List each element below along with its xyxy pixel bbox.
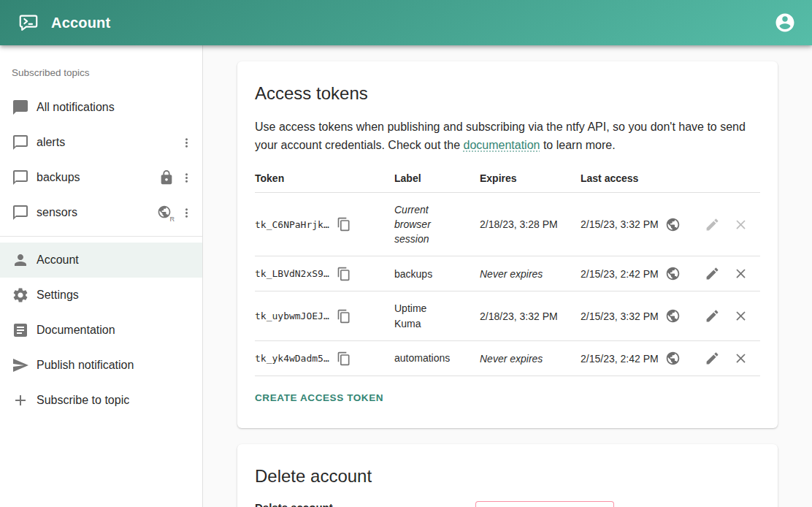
token-last-access: 2/15/23, 2:42 PM <box>581 268 659 280</box>
sidebar-item-account[interactable]: Account <box>0 243 202 278</box>
token-expires: Never expires <box>480 341 581 376</box>
token-value: tk_uybwmJOEJ… <box>255 310 329 321</box>
table-row: tk_LBVdN2xS9… backups Never expires 2/15… <box>255 256 760 291</box>
token-expires: 2/18/23, 3:28 PM <box>480 192 581 256</box>
delete-x-icon[interactable] <box>733 351 748 366</box>
create-access-token-button[interactable]: CREATE ACCESS TOKEN <box>255 386 383 409</box>
sidebar-item-label: sensors <box>37 206 157 219</box>
delete-x-icon <box>733 217 748 232</box>
edit-pencil-icon[interactable] <box>705 351 720 366</box>
sidebar-item-subscribe-to-topic[interactable]: Subscribe to topic <box>0 383 202 418</box>
sidebar-item-label: Subscribe to topic <box>37 394 195 407</box>
column-header-expires: Expires <box>480 164 581 193</box>
sidebar-divider <box>0 236 202 237</box>
article-icon <box>12 321 29 339</box>
edit-pencil-icon <box>705 217 720 232</box>
sidebar-item-backups[interactable]: backups <box>0 160 202 195</box>
delete-account-button[interactable]: DELETE ACCOUNT <box>475 501 614 507</box>
token-label: automations <box>394 351 450 365</box>
table-row: tk_uybwmJOEJ… Uptime Kuma 2/18/23, 3:32 … <box>255 291 760 341</box>
token-last-access: 2/15/23, 2:42 PM <box>581 353 659 365</box>
chat-bubble-outline-icon <box>12 169 29 186</box>
access-tokens-card: Access tokens Use access tokens when pub… <box>237 61 778 428</box>
table-row: tk_yk4wDadm5… automations Never expires … <box>255 341 760 376</box>
access-tokens-description: Use access tokens when publishing and su… <box>255 118 760 155</box>
sidebar-item-alerts[interactable]: alerts <box>0 125 202 160</box>
send-icon <box>12 357 29 374</box>
person-icon <box>12 251 29 269</box>
plus-icon <box>12 392 29 409</box>
token-label: backups <box>394 267 432 281</box>
token-label: Uptime Kuma <box>394 301 453 331</box>
globe-icon <box>665 351 681 366</box>
chat-bubble-filled-icon <box>12 99 29 116</box>
globe-icon <box>665 266 681 281</box>
column-header-token: Token <box>255 164 394 193</box>
sidebar-item-label: Settings <box>37 289 195 302</box>
chat-bubble-outline-icon <box>12 134 29 151</box>
sidebar-item-label: Account <box>37 254 195 267</box>
sidebar-item-label: Documentation <box>37 324 195 337</box>
token-value: tk_LBVdN2xS9… <box>255 268 329 279</box>
documentation-link[interactable]: documentation <box>464 139 540 151</box>
sidebar-item-label: alerts <box>37 136 177 149</box>
copy-icon[interactable] <box>337 351 351 366</box>
globe-reserved-icon: R <box>157 205 175 221</box>
column-header-last-access: Last access <box>581 164 702 193</box>
delete-account-row-title: Delete account <box>255 501 475 507</box>
sidebar-item-label: backups <box>37 171 158 184</box>
token-value: tk_yk4wDadm5… <box>255 353 329 364</box>
delete-x-icon[interactable] <box>733 266 748 281</box>
sidebar-item-settings[interactable]: Settings <box>0 278 202 313</box>
globe-icon <box>665 308 681 324</box>
gear-icon <box>12 286 29 304</box>
token-last-access: 2/15/23, 3:32 PM <box>581 310 659 322</box>
delete-account-card: Delete account Delete account Permanentl… <box>237 444 778 507</box>
token-last-access: 2/15/23, 3:32 PM <box>581 218 659 230</box>
more-vert-icon[interactable] <box>177 169 195 186</box>
edit-pencil-icon[interactable] <box>705 266 720 281</box>
tokens-table: Token Label Expires Last access tk_C6NPa… <box>255 164 760 376</box>
delete-x-icon[interactable] <box>733 308 748 324</box>
sidebar-item-sensors[interactable]: sensors R <box>0 195 202 230</box>
copy-icon[interactable] <box>337 309 351 324</box>
sidebar-item-publish-notification[interactable]: Publish notification <box>0 348 202 383</box>
more-vert-icon[interactable] <box>177 134 195 151</box>
column-header-actions <box>702 164 760 193</box>
chat-bubble-outline-icon <box>12 204 29 221</box>
main-content: Access tokens Use access tokens when pub… <box>203 45 812 507</box>
delete-account-title: Delete account <box>255 466 760 487</box>
access-tokens-title: Access tokens <box>255 83 760 104</box>
account-circle-icon[interactable] <box>774 12 796 34</box>
column-header-label: Label <box>394 164 480 193</box>
sidebar-item-all-notifications[interactable]: All notifications <box>0 90 202 125</box>
token-expires: 2/18/23, 3:32 PM <box>480 291 581 341</box>
sidebar-item-label: Publish notification <box>37 359 195 372</box>
sidebar: Subscribed topics All notifications aler… <box>0 45 203 507</box>
token-label: Current browser session <box>394 202 453 247</box>
edit-pencil-icon[interactable] <box>705 308 720 324</box>
token-expires: Never expires <box>480 256 581 291</box>
copy-icon[interactable] <box>337 267 351 281</box>
token-value: tk_C6NPaHrjk… <box>255 219 329 230</box>
ntfy-logo-icon <box>18 12 39 34</box>
reserved-subscript: R <box>170 216 175 223</box>
sidebar-item-label: All notifications <box>37 101 195 114</box>
delete-account-row: Delete account Permanently delete your a… <box>255 501 760 507</box>
app-header: Account <box>0 0 812 45</box>
description-suffix: to learn more. <box>540 139 615 151</box>
sidebar-item-documentation[interactable]: Documentation <box>0 313 202 348</box>
copy-icon[interactable] <box>337 217 351 232</box>
page-title: Account <box>51 15 110 31</box>
lock-icon <box>158 169 175 186</box>
globe-icon <box>665 217 681 232</box>
tokens-table-header-row: Token Label Expires Last access <box>255 164 760 193</box>
subscribed-topics-label: Subscribed topics <box>0 53 202 90</box>
more-vert-icon[interactable] <box>177 204 195 221</box>
table-row: tk_C6NPaHrjk… Current browser session 2/… <box>255 192 760 256</box>
